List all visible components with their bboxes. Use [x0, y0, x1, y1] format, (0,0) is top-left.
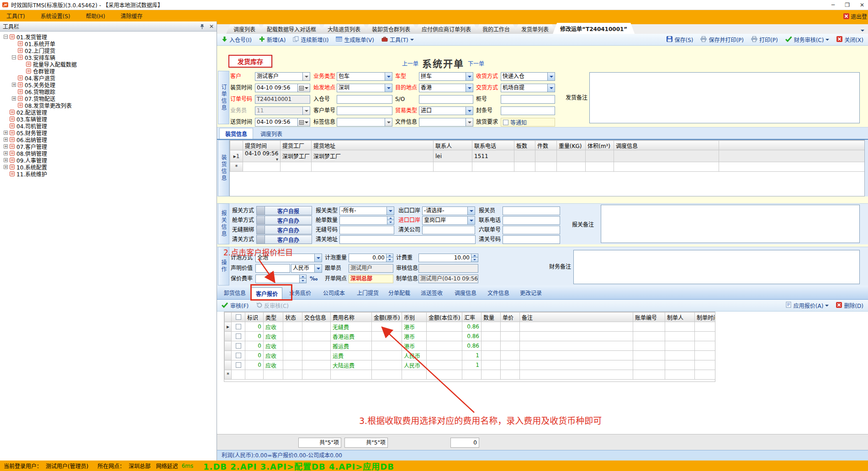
fee-cell-flag[interactable]: 0 — [245, 322, 264, 332]
tree-item[interactable]: 批量导入配载数据 — [2, 61, 216, 68]
pin-icon[interactable] — [200, 24, 205, 29]
tree-item[interactable]: 01.系统开单 — [2, 40, 216, 47]
contact-phone-input[interactable] — [503, 216, 560, 225]
fee-cell-currency[interactable]: 人民币 — [402, 351, 427, 360]
fee-cell-type[interactable]: 应收 — [264, 351, 283, 360]
fee-cell-maker[interactable] — [665, 341, 695, 351]
table-cell[interactable] — [434, 162, 472, 172]
logout-button[interactable]: 退出登 — [843, 11, 867, 21]
fee-cell-currency[interactable]: 人民币 — [402, 360, 427, 370]
import-port-select[interactable]: 皇岗口岸 — [422, 216, 475, 225]
loading-tab[interactable]: 装货信息 — [219, 128, 253, 139]
fee-cell-fee_name[interactable]: 无缝费 — [331, 322, 372, 332]
fee-cell-time[interactable] — [695, 351, 716, 360]
column-header[interactable]: 联系人 — [434, 141, 472, 150]
calendar-icon[interactable] — [297, 118, 310, 126]
row-checkbox[interactable] — [236, 333, 241, 339]
tree-expander-icon[interactable]: + — [4, 158, 8, 162]
deliver-time-field[interactable]: 04-10 09:56 — [255, 118, 310, 127]
trade-type-select[interactable]: 进口 — [419, 106, 473, 115]
row-checkbox[interactable] — [236, 324, 241, 329]
document-tab[interactable]: 装卸货仓群列表 — [365, 24, 418, 34]
fee-cell-flag[interactable]: 0 — [245, 360, 264, 370]
fee-cell-time[interactable] — [695, 341, 716, 351]
vehicle-type-select[interactable]: 拼车 — [419, 72, 473, 81]
连续新增I-button[interactable]: 连续新增(I) — [293, 36, 328, 43]
fee-cell[interactable] — [402, 370, 427, 380]
document-tab[interactable]: 发货单列表 — [514, 24, 556, 34]
row-checkbox[interactable] — [236, 343, 241, 349]
fee-cell[interactable] — [520, 370, 633, 380]
detail-tab[interactable]: 分单配载 — [388, 289, 410, 296]
table-cell[interactable] — [472, 162, 514, 172]
ship-remark-textarea[interactable] — [589, 72, 860, 123]
column-header[interactable]: 标识 — [245, 312, 264, 322]
fee-row[interactable]: 0应收大陆运费人民币1 — [225, 360, 716, 370]
detail-tab[interactable]: 更改记录 — [520, 289, 542, 296]
fee-cell-amount[interactable] — [372, 351, 402, 360]
tree-item[interactable]: +10.系统配置 — [2, 164, 216, 170]
table-cell[interactable]: lei — [434, 150, 472, 162]
fee-cell-maker[interactable] — [665, 351, 695, 360]
fee-cell[interactable] — [501, 370, 520, 380]
fee-cell-bill_no[interactable] — [633, 322, 665, 332]
tree-item[interactable]: −03.安排车辆 — [2, 54, 216, 61]
customs-mode-button[interactable]: 客户自报 — [256, 206, 312, 215]
fee-row[interactable]: 0应收运费人民币1 — [225, 351, 716, 360]
tree-item[interactable]: +08.供销管理 — [2, 150, 216, 157]
fee-cell-qty[interactable] — [482, 322, 501, 332]
fee-cell-depot[interactable] — [302, 332, 331, 341]
tree-item[interactable]: +07.货物配送 — [2, 95, 216, 102]
column-header[interactable]: 费用名称 — [331, 312, 372, 322]
tree-expander-icon[interactable]: + — [4, 144, 8, 148]
calendar-icon[interactable] — [297, 84, 310, 92]
tree-item[interactable]: −01.发货管理 — [2, 33, 216, 40]
minimize-button[interactable]: ─ — [831, 2, 835, 8]
column-header[interactable]: 提货时间 — [243, 141, 281, 150]
column-header[interactable]: 联系电话 — [472, 141, 514, 150]
table-cell[interactable] — [535, 162, 557, 172]
打印P-button[interactable]: 打印(P) — [751, 36, 778, 43]
tree-item[interactable]: 06.货物跟踪 — [2, 88, 216, 95]
file-info-select[interactable] — [419, 118, 473, 127]
new-row[interactable]: * — [230, 162, 865, 172]
tree-item[interactable]: +05.关务处理 — [2, 81, 216, 88]
document-tab[interactable]: 大陆退货列表 — [320, 24, 368, 34]
fee-cell-amount[interactable] — [372, 332, 402, 341]
column-header[interactable]: 体积(m³) — [586, 141, 614, 150]
declarant-input[interactable] — [503, 206, 560, 215]
bubble-weight-spinner[interactable]: 0.00 — [349, 254, 393, 262]
fee-cell-qty[interactable] — [482, 341, 501, 351]
row-checkbox[interactable] — [236, 353, 241, 358]
fee-cell-qty[interactable] — [482, 360, 501, 370]
tree-expander-icon[interactable]: + — [4, 151, 8, 155]
fee-cell-depot[interactable] — [302, 322, 331, 332]
biz-type-select[interactable]: 包车 — [337, 72, 392, 81]
detail-tab[interactable]: 调度信息 — [455, 289, 476, 296]
seamless-no-input[interactable] — [339, 226, 394, 234]
table-cell[interactable] — [312, 162, 434, 172]
fee-cell[interactable] — [482, 370, 501, 380]
table-cell[interactable] — [243, 162, 281, 172]
column-header[interactable]: 备注 — [520, 312, 633, 322]
fee-cell-amount_local[interactable] — [427, 360, 462, 370]
chevron-down-icon[interactable] — [826, 39, 829, 42]
table-cell[interactable]: 深圳梦工厂 — [312, 150, 434, 162]
fee-cell-price[interactable] — [501, 341, 520, 351]
财务审核C-button[interactable]: 财务审核(C) — [785, 36, 830, 43]
fee-cell-currency[interactable]: 港币 — [402, 322, 427, 332]
table-cell[interactable] — [614, 162, 719, 172]
column-header[interactable]: 数量 — [482, 312, 501, 322]
table-cell[interactable] — [281, 162, 312, 172]
fee-cell-status[interactable] — [283, 322, 302, 332]
table-cell[interactable]: 深圳梦工厂 — [281, 150, 312, 162]
保存并打印P-button[interactable]: 保存并打印(P) — [700, 36, 744, 43]
fee-cell-fee_name[interactable]: 大陆运费 — [331, 360, 372, 370]
detail-tab[interactable]: 业务底价 — [289, 289, 311, 296]
table-cell[interactable]: 04-10 09:56 ▾ — [243, 150, 281, 162]
column-header[interactable]: 提货工厂 — [281, 141, 312, 150]
fee-cell-status[interactable] — [283, 360, 302, 370]
fee-cell[interactable] — [302, 370, 331, 380]
column-header[interactable]: 板数 — [514, 141, 535, 150]
fee-cell[interactable] — [633, 370, 665, 380]
